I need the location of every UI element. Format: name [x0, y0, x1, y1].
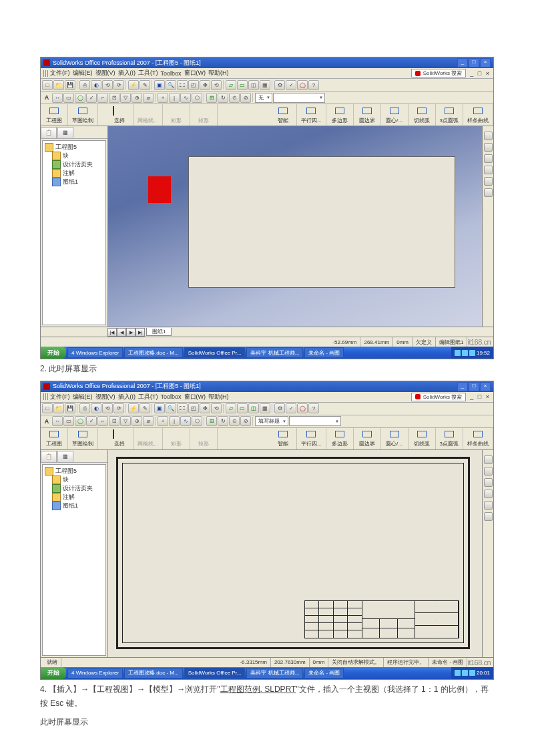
taskpane-tab[interactable] [484, 501, 493, 510]
start-button[interactable]: 开始 [41, 667, 66, 679]
menu-edit[interactable]: 编辑(E) [73, 393, 93, 401]
close-button[interactable]: × [480, 382, 491, 391]
zoom-area-button[interactable]: ◰ [188, 403, 199, 413]
tool-button[interactable]: ⊙ [229, 93, 240, 103]
tool-button[interactable]: ↻ [218, 416, 228, 426]
child-close-button[interactable]: × [486, 70, 489, 77]
property-tab[interactable]: ▦ [57, 451, 73, 462]
child-minimize-button[interactable]: _ [470, 393, 473, 400]
tree-root[interactable]: 工程图5 [55, 143, 77, 152]
new-button[interactable]: □ [42, 80, 53, 90]
tool-button[interactable]: ✎ [140, 80, 150, 90]
open-button[interactable]: 📁 [53, 403, 64, 413]
tool-button[interactable]: ⬡ [192, 93, 202, 103]
taskpane-tab[interactable] [484, 467, 493, 476]
ribbon-tang[interactable]: 切线弧 [409, 428, 436, 449]
centerline-button[interactable]: | [169, 416, 180, 426]
layer-combo[interactable]: 无 [255, 93, 272, 103]
pan-button[interactable]: ✥ [200, 80, 210, 90]
taskpane-tab[interactable] [484, 143, 493, 152]
view-button[interactable]: ▦ [260, 80, 270, 90]
maximize-button[interactable]: □ [469, 58, 479, 67]
menu-insert[interactable]: 插入(I) [118, 393, 136, 401]
style-combo[interactable] [289, 416, 341, 426]
print-button[interactable]: ⎙ [79, 403, 90, 413]
taskbar-item-active[interactable]: SolidWorks Office Pr... [184, 347, 246, 358]
dimension-button[interactable]: ↔ [52, 416, 63, 426]
taskbar-item[interactable]: 美科宇 机械工程师... [246, 347, 303, 358]
centermark-button[interactable]: + [158, 93, 168, 103]
tree-binder[interactable]: 设计活页夹 [63, 160, 93, 169]
minimize-button[interactable]: _ [457, 58, 468, 67]
dimension-button[interactable]: ↔ [52, 93, 63, 103]
ribbon-conc[interactable]: 圆心/... [381, 104, 409, 126]
tool-button[interactable]: ⊙ [229, 416, 240, 426]
feature-tab[interactable]: 📋 [41, 127, 57, 138]
zoom-fit-button[interactable]: ⛶ [177, 80, 188, 90]
ribbon-tang[interactable]: 切线弧 [409, 104, 436, 126]
ribbon-sketch[interactable]: 草图绘制 [68, 104, 98, 126]
drawing-frame[interactable]: · · · · [116, 457, 470, 649]
text-tool-button[interactable]: A [42, 94, 51, 101]
feature-tree[interactable]: 工程图5 块 设计活页夹 注解 图纸1 [42, 140, 106, 325]
tool-button[interactable]: ◐ [91, 403, 101, 413]
tool-button[interactable]: ✓ [286, 403, 296, 413]
tray-icon[interactable] [462, 350, 468, 356]
taskbar-item[interactable]: 4 Windows Explorer [67, 347, 123, 358]
menu-toolbox[interactable]: Toolbox [161, 70, 182, 77]
tool-button[interactable]: ✓ [286, 80, 296, 90]
tool-button[interactable]: ⟳ [113, 403, 124, 413]
ribbon-rect[interactable]: 矩形 [163, 428, 190, 449]
ribbon-sketch[interactable]: 草图绘制 [68, 428, 98, 449]
search-box[interactable]: SolidWorks 搜索 [411, 69, 467, 77]
tool-button[interactable]: ✎ [140, 403, 150, 413]
taskpane-tab[interactable] [484, 166, 493, 174]
hole-callout-button[interactable]: ⌀ [143, 93, 154, 103]
zoom-button[interactable]: 🔍 [166, 80, 176, 90]
centerline-button[interactable]: | [169, 93, 180, 103]
select-button[interactable]: ▣ [154, 403, 165, 413]
taskpane-tab[interactable] [484, 455, 493, 464]
property-tab[interactable]: ▦ [57, 127, 73, 138]
view-button[interactable]: ▦ [260, 403, 270, 413]
taskpane-tab[interactable] [484, 478, 493, 487]
note-button[interactable]: ▭ [63, 93, 74, 103]
tray-icon[interactable] [469, 350, 475, 356]
tool-button[interactable]: ⟲ [102, 80, 113, 90]
menu-window[interactable]: 窗口(W) [184, 393, 206, 401]
datum-target-button[interactable]: ⊕ [131, 416, 142, 426]
ribbon-smart[interactable]: 智能 [270, 428, 297, 449]
child-close-button[interactable]: × [486, 393, 489, 400]
ribbon-3pt[interactable]: 3点圆弧 [436, 104, 463, 126]
print-button[interactable]: ⎙ [79, 80, 90, 90]
title-bar[interactable]: SolidWorks Office Professional 2007 - [工… [41, 57, 493, 68]
clock[interactable]: 19:52 [477, 350, 490, 356]
taskpane-tab[interactable] [484, 512, 493, 521]
gtol-button[interactable]: ⊡ [109, 93, 119, 103]
tool-button[interactable]: ⟳ [113, 80, 124, 90]
minimize-button[interactable]: _ [457, 382, 468, 391]
tree-blocks[interactable]: 块 [63, 152, 69, 160]
menu-window[interactable]: 窗口(W) [184, 69, 206, 77]
weld-button[interactable]: ⌐ [97, 93, 108, 103]
taskpane-tab[interactable] [484, 154, 493, 163]
style-combo[interactable] [273, 93, 325, 103]
menu-tools[interactable]: 工具(T) [138, 393, 158, 401]
zoom-area-button[interactable]: ◰ [188, 80, 199, 90]
taskbar-item[interactable]: 未命名 - 画图 [304, 347, 344, 358]
ribbon-rect2[interactable]: 矩形 [190, 104, 218, 126]
ribbon-drawing[interactable]: 工程图 [41, 428, 68, 449]
new-button[interactable]: □ [42, 403, 53, 413]
centermark-button[interactable]: + [158, 416, 168, 426]
rebuild-button[interactable]: ⚡ [128, 403, 139, 413]
taskbar-item[interactable]: 工程图攻略.doc - M... [124, 668, 183, 679]
taskbar-item[interactable]: 工程图攻略.doc - M... [124, 347, 183, 358]
drawing-canvas[interactable] [108, 126, 482, 327]
tool-button[interactable]: ⊘ [240, 93, 251, 103]
tray-icon[interactable] [462, 670, 468, 676]
title-block[interactable]: · · · · [304, 600, 459, 638]
text-tool-button[interactable]: A [42, 418, 51, 425]
balloon-button[interactable]: ◯ [75, 93, 85, 103]
tool-button[interactable]: ⊘ [240, 416, 251, 426]
tool-button[interactable]: ∿ [180, 93, 191, 103]
